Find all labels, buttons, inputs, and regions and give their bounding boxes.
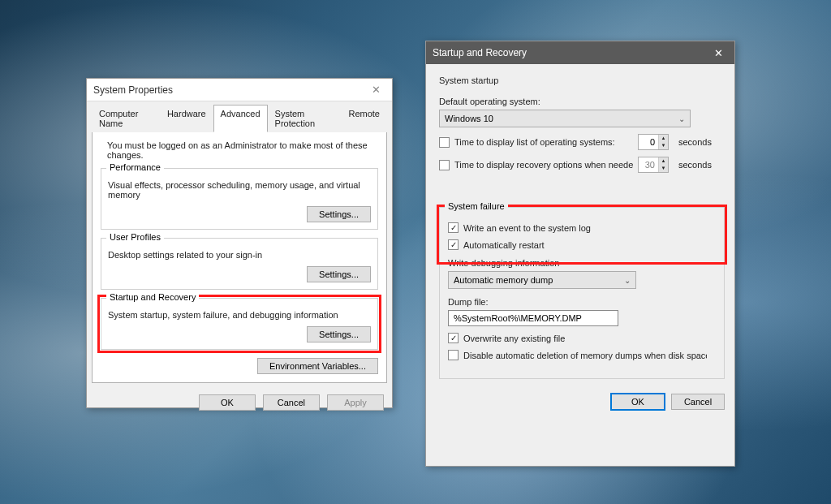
cancel-button[interactable]: Cancel [263,394,320,411]
tab-system-protection[interactable]: System Protection [268,105,342,132]
chevron-down-icon: ⌄ [678,114,685,123]
spinner-buttons[interactable]: ▲▼ [658,157,668,172]
time-recovery-value[interactable] [639,157,658,172]
overwrite-row: ✓ Overwrite any existing file [448,333,716,343]
window-title: System Properties [93,84,173,96]
startup-recovery-window: Startup and Recovery ✕ System startup De… [425,41,735,467]
performance-group: Performance Visual effects, processor sc… [101,168,378,230]
tabs-row: Computer Name Hardware Advanced System P… [87,101,392,132]
dialog-body: System startup Default operating system:… [426,64,734,386]
chevron-down-icon: ⌄ [624,276,631,285]
tab-hardware[interactable]: Hardware [160,105,213,132]
time-list-checkbox[interactable] [439,137,450,148]
time-recovery-checkbox[interactable] [439,160,450,170]
write-debug-label: Write debugging information [448,258,716,268]
close-icon[interactable]: ✕ [709,45,728,61]
default-os-label: Default operating system: [439,97,725,106]
overwrite-checkbox[interactable]: ✓ [448,333,459,343]
user-profiles-group: User Profiles Desktop settings related t… [101,238,378,290]
dump-file-label: Dump file: [448,297,716,307]
titlebar[interactable]: Startup and Recovery ✕ [426,41,734,64]
spinner-buttons[interactable]: ▲▼ [658,135,668,149]
performance-title: Performance [106,162,164,172]
admin-note: You must be logged on as an Administrato… [107,140,378,160]
seconds-label: seconds [678,160,712,170]
time-list-spinner[interactable]: ▲▼ [638,134,669,150]
write-debug-section: Write debugging information Automatic me… [448,258,716,360]
write-event-checkbox[interactable]: ✓ [448,222,459,233]
disable-delete-checkbox[interactable] [448,350,459,360]
system-failure-group: System failure ✓ Write an event to the s… [439,207,725,379]
auto-restart-label: Automatically restart [463,240,545,250]
dialog-buttons: OK Cancel Apply [87,388,392,417]
time-list-label: Time to display list of operating system… [454,137,633,147]
system-startup-heading: System startup [439,75,725,85]
write-debug-value: Automatic memory dump [454,275,553,285]
close-icon[interactable]: ✕ [367,82,385,97]
startup-recovery-title: Startup and Recovery [106,292,199,302]
user-profiles-title: User Profiles [106,232,164,242]
auto-restart-row: ✓ Automatically restart [448,239,716,250]
dump-file-input[interactable] [448,310,618,326]
auto-restart-checkbox[interactable]: ✓ [448,239,459,250]
ok-button[interactable]: OK [611,394,665,410]
seconds-label: seconds [678,137,712,147]
ok-button[interactable]: OK [199,394,256,411]
user-profiles-settings-button[interactable]: Settings... [307,266,371,282]
system-failure-heading: System failure [445,201,508,211]
environment-variables-button[interactable]: Environment Variables... [257,358,378,374]
write-debug-combo[interactable]: Automatic memory dump ⌄ [448,271,636,289]
user-profiles-desc: Desktop settings related to your sign-in [108,250,371,260]
time-recovery-label: Time to display recovery options when ne… [454,160,633,170]
tab-computer-name[interactable]: Computer Name [92,105,160,132]
startup-recovery-group: Startup and Recovery System startup, sys… [101,298,378,350]
window-title: Startup and Recovery [433,47,527,58]
write-event-label: Write an event to the system log [463,223,591,233]
system-properties-window: System Properties ✕ Computer Name Hardwa… [86,78,393,408]
overwrite-label: Overwrite any existing file [463,334,565,343]
default-os-combo[interactable]: Windows 10 ⌄ [439,110,691,127]
tab-advanced[interactable]: Advanced [213,105,268,132]
titlebar[interactable]: System Properties ✕ [87,79,392,101]
time-recovery-spinner[interactable]: ▲▼ [638,157,669,173]
disable-delete-label: Disable automatic deletion of memory dum… [463,351,707,360]
startup-recovery-desc: System startup, system failure, and debu… [108,310,371,320]
advanced-tab-page: You must be logged on as an Administrato… [92,131,387,383]
time-list-value[interactable] [639,135,658,149]
tab-remote[interactable]: Remote [341,105,387,132]
write-event-row: ✓ Write an event to the system log [448,222,716,233]
apply-button[interactable]: Apply [327,394,384,411]
performance-settings-button[interactable]: Settings... [307,206,371,222]
highlight-box [437,205,727,265]
time-list-row: Time to display list of operating system… [439,134,725,150]
startup-recovery-settings-button[interactable]: Settings... [307,326,371,342]
cancel-button[interactable]: Cancel [671,394,725,410]
dialog-buttons: OK Cancel [426,386,734,418]
performance-desc: Visual effects, processor scheduling, me… [108,180,371,200]
disable-delete-row: Disable automatic deletion of memory dum… [448,350,716,360]
time-recovery-row: Time to display recovery options when ne… [439,157,725,173]
default-os-value: Windows 10 [445,114,493,123]
